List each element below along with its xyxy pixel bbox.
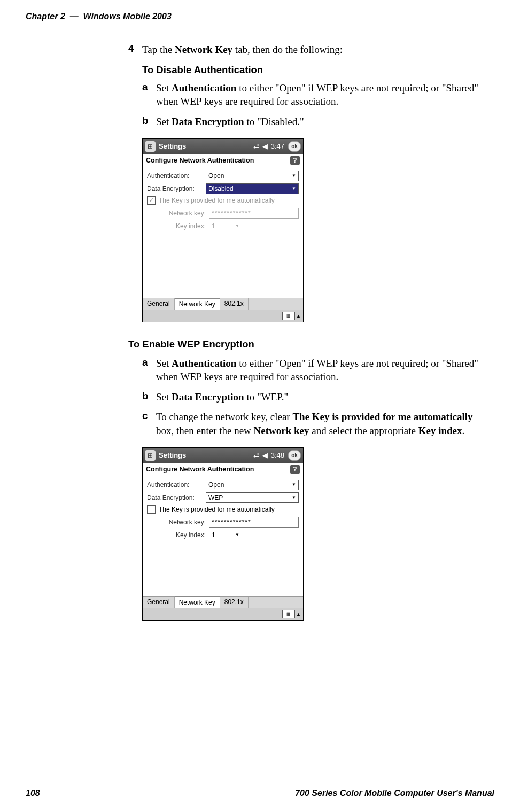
sub-body: Set Data Encryption to "WEP."	[156, 390, 288, 404]
screenshot-disabled: ⊞ Settings ⇄ ◀ 3:47 ok Configure Network…	[142, 138, 304, 322]
auto-key-label: The Key is provided for me automatically	[159, 197, 275, 204]
tab-8021x[interactable]: 802.1x	[220, 298, 249, 310]
t-bold: Authentication	[172, 358, 236, 369]
blank-area	[143, 234, 303, 298]
auto-key-row: The Key is provided for me automatically	[147, 196, 299, 205]
t: tab, then do the following:	[232, 44, 343, 55]
t-bold: Data Encryption	[172, 391, 244, 403]
key-index-value: 1	[212, 222, 215, 230]
bottom-bar: ▦ ▲	[143, 608, 303, 620]
enable-step-c: c To change the network key, clear The K…	[142, 410, 488, 437]
t: to "Disabled."	[244, 116, 304, 127]
tab-network-key[interactable]: Network Key	[175, 298, 220, 310]
key-index-dropdown[interactable]: 1▼	[209, 221, 242, 231]
enable-step-b: b Set Data Encryption to "WEP."	[142, 390, 488, 404]
sub-letter: a	[142, 357, 156, 384]
t: to "WEP."	[244, 391, 289, 403]
key-index-label: Key index:	[147, 222, 209, 230]
t: Set	[156, 116, 172, 127]
clock: 3:47	[271, 142, 284, 150]
connectivity-icon[interactable]: ⇄	[253, 142, 259, 150]
t: .	[462, 425, 465, 436]
volume-icon[interactable]: ◀	[262, 451, 268, 459]
key-index-value: 1	[212, 531, 215, 539]
up-arrow-icon[interactable]: ▲	[296, 612, 301, 617]
volume-icon[interactable]: ◀	[262, 142, 268, 150]
t: box, then enter the new	[156, 425, 254, 436]
start-icon[interactable]: ⊞	[145, 450, 156, 461]
t-bold: Key index	[418, 425, 462, 436]
clock: 3:48	[271, 451, 284, 459]
page-number: 108	[26, 788, 40, 798]
enable-step-a: a Set Authentication to either "Open" if…	[142, 357, 488, 384]
chevron-down-icon: ▼	[292, 186, 296, 191]
manual-title: 700 Series Color Mobile Computer User's …	[295, 788, 494, 798]
sub-body: Set Authentication to either "Open" if W…	[156, 357, 488, 384]
tab-general[interactable]: General	[143, 298, 175, 310]
t-bold: The Key is provided for me automatically	[292, 411, 472, 422]
t-bold: Network Key	[175, 44, 232, 55]
disable-step-a: a Set Authentication to either "Open" if…	[142, 81, 488, 109]
t: Set	[156, 391, 172, 403]
network-key-input[interactable]: *************	[209, 517, 299, 528]
ok-button[interactable]: ok	[288, 141, 301, 152]
section-title: Configure Network Authentication	[146, 466, 290, 473]
auth-label: Authentication:	[147, 481, 206, 489]
t: Tap the	[142, 44, 175, 55]
tab-bar: General Network Key 802.1x	[143, 298, 303, 310]
chevron-down-icon: ▼	[292, 482, 296, 487]
auth-dropdown[interactable]: Open▼	[206, 171, 299, 181]
t-bold: Network key	[254, 425, 309, 436]
sub-letter: b	[142, 115, 156, 129]
title-bar: ⊞ Settings ⇄ ◀ 3:48 ok	[143, 448, 303, 463]
keyboard-icon[interactable]: ▦	[282, 312, 295, 320]
auto-key-checkbox[interactable]	[147, 196, 156, 205]
blank-area	[143, 543, 303, 596]
page-footer: 108 700 Series Color Mobile Computer Use…	[0, 788, 520, 798]
start-icon[interactable]: ⊞	[145, 141, 156, 152]
encryption-label: Data Encryption:	[147, 494, 206, 501]
page-header: Chapter 2 — Windows Mobile 2003	[0, 0, 520, 21]
auto-key-checkbox[interactable]	[147, 505, 156, 514]
encryption-dropdown[interactable]: Disabled▼	[206, 183, 299, 194]
network-key-input[interactable]: *************	[209, 208, 299, 219]
section-title: Configure Network Authentication	[146, 157, 290, 164]
tab-general[interactable]: General	[143, 597, 175, 608]
auth-dropdown[interactable]: Open▼	[206, 480, 299, 490]
encryption-dropdown[interactable]: WEP▼	[206, 492, 299, 503]
keyboard-icon[interactable]: ▦	[282, 610, 295, 618]
network-key-label: Network key:	[147, 210, 209, 217]
connectivity-icon[interactable]: ⇄	[253, 451, 259, 459]
chevron-down-icon: ▼	[292, 495, 296, 500]
step-number: 4	[128, 43, 142, 57]
tab-bar: General Network Key 802.1x	[143, 596, 303, 608]
section-header: Configure Network Authentication ?	[143, 463, 303, 476]
sub-letter: b	[142, 390, 156, 404]
help-icon[interactable]: ?	[290, 156, 300, 165]
chevron-down-icon: ▼	[292, 173, 296, 178]
up-arrow-icon[interactable]: ▲	[296, 313, 301, 319]
key-index-dropdown[interactable]: 1▼	[209, 530, 242, 540]
heading-disable-auth: To Disable Authentication	[142, 64, 488, 76]
chevron-down-icon: ▼	[235, 532, 239, 537]
sub-letter: a	[142, 81, 156, 109]
bottom-bar: ▦ ▲	[143, 310, 303, 322]
sub-body: Set Data Encryption to "Disabled."	[156, 115, 304, 129]
sub-body: To change the network key, clear The Key…	[156, 410, 488, 437]
network-key-label: Network key:	[147, 519, 209, 526]
encryption-value: Disabled	[208, 185, 234, 192]
title-bar: ⊞ Settings ⇄ ◀ 3:47 ok	[143, 139, 303, 154]
t: and select the appropriate	[309, 425, 418, 436]
heading-enable-wep: To Enable WEP Encryption	[128, 338, 488, 350]
chapter-title: Windows Mobile 2003	[83, 12, 172, 21]
help-icon[interactable]: ?	[290, 465, 300, 474]
window-title: Settings	[159, 142, 252, 150]
auth-label: Authentication:	[147, 172, 206, 180]
tab-network-key[interactable]: Network Key	[175, 596, 220, 608]
step-4: 4 Tap the Network Key tab, then do the f…	[128, 43, 488, 57]
tab-8021x[interactable]: 802.1x	[220, 597, 249, 608]
encryption-label: Data Encryption:	[147, 185, 206, 192]
form-area: Authentication: Open▼ Data Encryption: W…	[143, 476, 303, 540]
window-title: Settings	[159, 451, 252, 459]
ok-button[interactable]: ok	[288, 450, 301, 461]
